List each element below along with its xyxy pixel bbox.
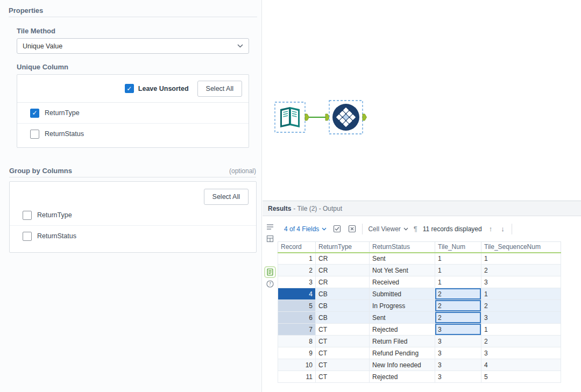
unique-column-label: Unique Column	[17, 63, 68, 71]
record-cell[interactable]: 4	[278, 288, 316, 300]
data-cell[interactable]: CB	[316, 312, 370, 324]
leave-unsorted-checkbox[interactable]: ✓	[125, 84, 134, 93]
results-grid[interactable]: RecordReturnTypeReturnStatusTile_NumTile…	[278, 241, 561, 383]
record-cell[interactable]: 1	[278, 253, 316, 265]
unique-column-returnstatus[interactable]: ReturnStatus	[17, 124, 249, 144]
data-cell[interactable]: 2	[435, 300, 481, 312]
data-cell[interactable]: 1	[435, 253, 481, 265]
data-cell[interactable]: Return Filed	[370, 336, 435, 347]
data-cell[interactable]: 3	[481, 276, 561, 288]
data-cell[interactable]: 1	[481, 324, 561, 336]
record-cell[interactable]: 2	[278, 265, 316, 276]
data-cell[interactable]: 4	[481, 359, 561, 371]
results-header: Results - Tile (2) - Output	[263, 201, 581, 216]
leave-unsorted-checkbox-row[interactable]: ✓ Leave Unsorted	[125, 84, 189, 93]
leave-unsorted-label: Leave Unsorted	[138, 85, 189, 92]
data-cell[interactable]: CB	[316, 300, 370, 312]
cell-viewer-dropdown[interactable]: Cell Viewer	[368, 225, 408, 233]
data-cell[interactable]: 3	[435, 371, 481, 383]
optional-label: (optional)	[229, 167, 256, 175]
output-data-icon[interactable]	[266, 268, 274, 276]
unique-column-returntype[interactable]: ✓ReturnType	[17, 103, 249, 123]
up-arrow-icon[interactable]: ↑	[487, 225, 494, 233]
checkbox[interactable]	[30, 130, 39, 139]
data-cell[interactable]: 1	[435, 265, 481, 276]
record-cell[interactable]: 9	[278, 347, 316, 359]
column-header-tile_num[interactable]: Tile_Num	[435, 242, 481, 253]
data-cell[interactable]: CB	[316, 288, 370, 300]
input-data-tool[interactable]	[275, 102, 309, 132]
data-cell[interactable]: Sent	[370, 253, 435, 265]
data-cell[interactable]: Refund Pending	[370, 347, 435, 359]
select-check-icon[interactable]	[332, 224, 342, 234]
record-cell[interactable]: 3	[278, 276, 316, 288]
column-header-record[interactable]: Record	[278, 242, 316, 253]
data-cell[interactable]: CT	[316, 324, 370, 336]
down-arrow-icon[interactable]: ↓	[499, 225, 506, 233]
data-cell[interactable]: 3	[435, 347, 481, 359]
checkbox[interactable]	[23, 211, 32, 220]
data-cell[interactable]: 2	[481, 265, 561, 276]
record-cell[interactable]: 8	[278, 336, 316, 347]
data-cell[interactable]: 3	[435, 359, 481, 371]
data-cell[interactable]: 2	[435, 288, 481, 300]
column-header-returnstatus[interactable]: ReturnStatus	[370, 242, 435, 253]
data-cell[interactable]: Rejected	[370, 371, 435, 383]
data-cell[interactable]: 3	[435, 336, 481, 347]
data-cell[interactable]: CT	[316, 336, 370, 347]
data-cell[interactable]: In Progress	[370, 300, 435, 312]
group-column-returnstatus[interactable]: ReturnStatus	[10, 226, 256, 246]
data-cell[interactable]: CT	[316, 347, 370, 359]
data-cell[interactable]: New Info needed	[370, 359, 435, 371]
record-cell[interactable]: 7	[278, 324, 316, 336]
metadata-list-icon[interactable]	[266, 223, 274, 231]
select-all-button[interactable]: Select All	[197, 81, 242, 97]
data-cell[interactable]: Received	[370, 276, 435, 288]
checkbox[interactable]: ✓	[30, 109, 39, 118]
pilcrow-icon[interactable]: ¶	[414, 225, 417, 233]
book-icon	[280, 107, 300, 127]
record-cell[interactable]: 5	[278, 300, 316, 312]
results-body: ? 4 of 4 Fields Cell Viewer	[263, 216, 581, 392]
data-cell[interactable]: Not Yet Sent	[370, 265, 435, 276]
app-window: Properties Tile Method Unique Value Uniq…	[0, 0, 581, 392]
data-cell[interactable]: CT	[316, 371, 370, 383]
record-cell[interactable]: 10	[278, 359, 316, 371]
data-cell[interactable]: 2	[481, 336, 561, 347]
tile-method-dropdown[interactable]: Unique Value	[17, 38, 249, 54]
fields-dropdown[interactable]: 4 of 4 Fields	[284, 225, 327, 233]
data-cell[interactable]: Submitted	[370, 288, 435, 300]
table-row: 9CTRefund Pending33	[278, 347, 561, 359]
svg-text:?: ?	[269, 281, 272, 287]
record-cell[interactable]: 6	[278, 312, 316, 324]
group-column-returntype[interactable]: ReturnType	[10, 205, 256, 225]
data-cell[interactable]: 1	[481, 288, 561, 300]
data-cell[interactable]: CR	[316, 276, 370, 288]
data-cell[interactable]: Sent	[370, 312, 435, 324]
help-icon[interactable]: ?	[266, 280, 274, 288]
tile-tool[interactable]	[325, 101, 367, 134]
data-cell[interactable]: CR	[316, 253, 370, 265]
profile-grid-icon[interactable]	[266, 234, 274, 243]
chevron-down-icon	[237, 44, 243, 48]
workflow-canvas[interactable]	[263, 0, 581, 201]
data-cell[interactable]: Rejected	[370, 324, 435, 336]
data-cell[interactable]: 5	[481, 371, 561, 383]
output-anchor-icon[interactable]	[363, 114, 367, 120]
data-cell[interactable]: CR	[316, 265, 370, 276]
data-cell[interactable]: CT	[316, 359, 370, 371]
checkbox[interactable]	[23, 232, 32, 241]
data-cell[interactable]: 3	[481, 312, 561, 324]
output-anchor-icon[interactable]	[305, 114, 309, 120]
column-header-returntype[interactable]: ReturnType	[316, 242, 370, 253]
data-cell[interactable]: 3	[481, 347, 561, 359]
record-cell[interactable]: 11	[278, 371, 316, 383]
group-select-all-button[interactable]: Select All	[204, 189, 249, 205]
data-cell[interactable]: 2	[481, 300, 561, 312]
column-header-tile_sequencenum[interactable]: Tile_SequenceNum	[481, 242, 561, 253]
data-cell[interactable]: 2	[435, 312, 481, 324]
data-cell[interactable]: 3	[435, 324, 481, 336]
data-cell[interactable]: 1	[435, 276, 481, 288]
data-cell[interactable]: 1	[481, 253, 561, 265]
deselect-x-icon[interactable]	[347, 224, 357, 234]
